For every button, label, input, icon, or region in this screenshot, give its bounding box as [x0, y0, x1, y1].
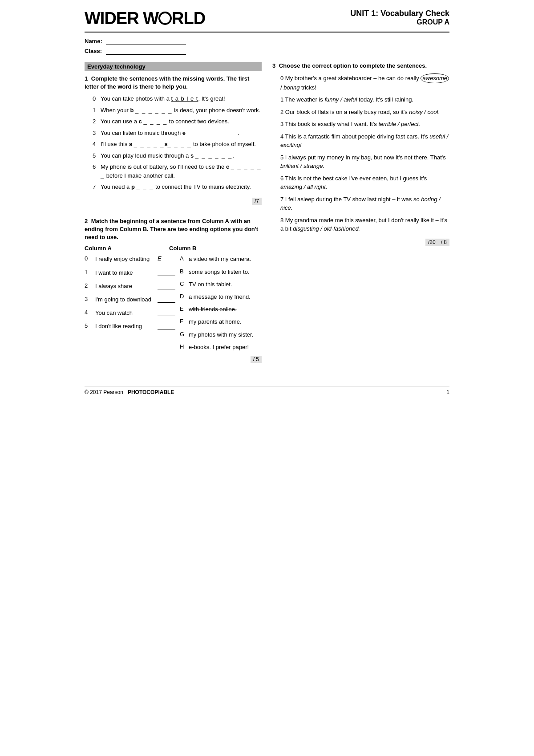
ex3-item-1: 1 The weather is funny / awful today. It… — [280, 95, 449, 104]
ex3-item-6: 6 This is not the best cake I've ever ea… — [280, 174, 449, 191]
left-column: Everyday technology 1 Complete the sente… — [85, 62, 262, 368]
name-label: Name: — [85, 38, 102, 45]
ex1-item-6: 6 My phone is out of battery, so I'll ne… — [93, 163, 262, 180]
exercise-2-score: / 5 — [251, 356, 262, 363]
exercise-2-instruction: Match the beginning of a sentence from C… — [85, 218, 258, 240]
class-line — [106, 48, 186, 55]
col-b-row-E: E with friends online. — [180, 305, 253, 313]
name-line — [106, 38, 186, 45]
ex1-item-7: 7 You need a p _ _ _ to connect the TV t… — [93, 183, 262, 191]
match-row-2: 2 I always share — [85, 282, 175, 290]
col-b-row-D: D a message to my friend. — [180, 293, 253, 301]
match-section: Column A Column B 0 I really enjoy chatt… — [85, 245, 262, 351]
col-b-row-C: C TV on this tablet. — [180, 280, 253, 289]
group-title: GROUP A — [350, 18, 449, 26]
col-b-row-F: F my parents at home. — [180, 318, 253, 326]
exercise-3-num: 3 — [272, 62, 275, 69]
exercise-3-items: 0 My brother's a great skateboarder – he… — [280, 73, 449, 233]
ex1-item-4: 4 I'll use this s _ _ _ _ _s_ _ _ _ to t… — [93, 140, 262, 149]
match-content: 0 I really enjoy chatting E 1 I want to … — [85, 255, 262, 351]
col-a-items: 0 I really enjoy chatting E 1 I want to … — [85, 255, 175, 351]
ex3-item-2: 2 Our block of flats is on a really busy… — [280, 108, 449, 117]
match-row-3: 3 I'm going to download — [85, 296, 175, 304]
col-a-label: Column A — [85, 245, 160, 252]
name-row: Name: — [85, 38, 449, 45]
class-label: Class: — [85, 48, 102, 54]
ex1-item-1: 1 When your b _ _ _ _ _ _ is dead, your … — [93, 106, 262, 115]
page-footer: © 2017 Pearson PHOTOCOPIABLE 1 — [85, 386, 449, 395]
exercise-3-instruction: Choose the correct option to complete th… — [279, 62, 427, 69]
match-row-5: 5 I don't like reading — [85, 322, 175, 330]
exercise-1-title: 1 Complete the sentences with the missin… — [85, 75, 262, 91]
header-right: UNIT 1: Vocabulary Check GROUP A — [350, 9, 449, 26]
ex3-item-4: 4 This is a fantastic film about people … — [280, 132, 449, 150]
ex3-item-3: 3 This book is exactly what I want. It's… — [280, 120, 449, 129]
exercise-1-score: /7 — [252, 198, 262, 205]
ex3-item-0: 0 My brother's a great skateboarder – he… — [280, 73, 449, 92]
col-b-row-A: A a video with my camera. — [180, 255, 253, 263]
logo: WIDER WRLD — [85, 9, 205, 28]
exercise-2-num: 2 — [85, 218, 88, 224]
match-row-4: 4 You can watch — [85, 309, 175, 317]
col-b-row-H: H e-books. I prefer paper! — [180, 343, 253, 351]
col-b-label: Column B — [169, 245, 262, 252]
total-score: /20 — [425, 239, 438, 246]
exercise-1-num: 1 — [85, 75, 88, 82]
exercise-1: 1 Complete the sentences with the missin… — [85, 75, 262, 210]
ex3-item-8: 8 My grandma made me this sweater, but I… — [280, 216, 449, 233]
ex3-item-7: 7 I fell asleep during the TV show last … — [280, 195, 449, 212]
match-row-0: 0 I really enjoy chatting E — [85, 255, 175, 263]
col-b-row-G: G my photos with my sister. — [180, 331, 253, 339]
col-b-row-B: B some songs to listen to. — [180, 268, 253, 276]
exercise-1-instruction: Complete the sentences with the missing … — [85, 75, 249, 90]
ex1-item-2: 2 You can use a c _ _ _ _ to connect two… — [93, 117, 262, 126]
exercise-2-title: 2 Match the beginning of a sentence from… — [85, 217, 262, 242]
main-content: Everyday technology 1 Complete the sente… — [85, 62, 449, 368]
exercise-3-title: 3 Choose the correct option to complete … — [272, 62, 449, 70]
exercise-3-score: / 8 — [438, 239, 449, 246]
section-title: Everyday technology — [85, 62, 262, 71]
class-row: Class: — [85, 48, 449, 55]
ex3-item-5: 5 I always put my money in my bag, but n… — [280, 153, 449, 171]
page-number: 1 — [446, 389, 449, 395]
copyright: © 2017 Pearson — [85, 389, 123, 395]
unit-title: UNIT 1: Vocabulary Check — [350, 9, 449, 18]
col-b-items: A a video with my camera. B some songs t… — [180, 255, 253, 351]
ex1-item-5: 5 You can play loud music through a s _ … — [93, 151, 262, 160]
match-header: Column A Column B — [85, 245, 262, 252]
photocopiable: PHOTOCOPIABLE — [128, 389, 174, 395]
match-row-1: 1 I want to make — [85, 269, 175, 277]
right-column: 3 Choose the correct option to complete … — [272, 62, 449, 368]
exercise-1-items: 0 You can take photos with a t a b l e t… — [93, 94, 262, 191]
ex1-item-0: 0 You can take photos with a t a b l e t… — [93, 94, 262, 103]
footer-left: © 2017 Pearson PHOTOCOPIABLE — [85, 389, 174, 395]
ex1-item-3: 3 You can listen to music through e _ _ … — [93, 129, 262, 138]
exercise-2: 2 Match the beginning of a sentence from… — [85, 217, 262, 351]
exercise-3: 3 Choose the correct option to complete … — [272, 62, 449, 246]
page-header: WIDER WRLD UNIT 1: Vocabulary Check GROU… — [85, 9, 449, 33]
name-class-section: Name: Class: — [85, 38, 449, 55]
footer-right: 1 — [446, 389, 449, 395]
